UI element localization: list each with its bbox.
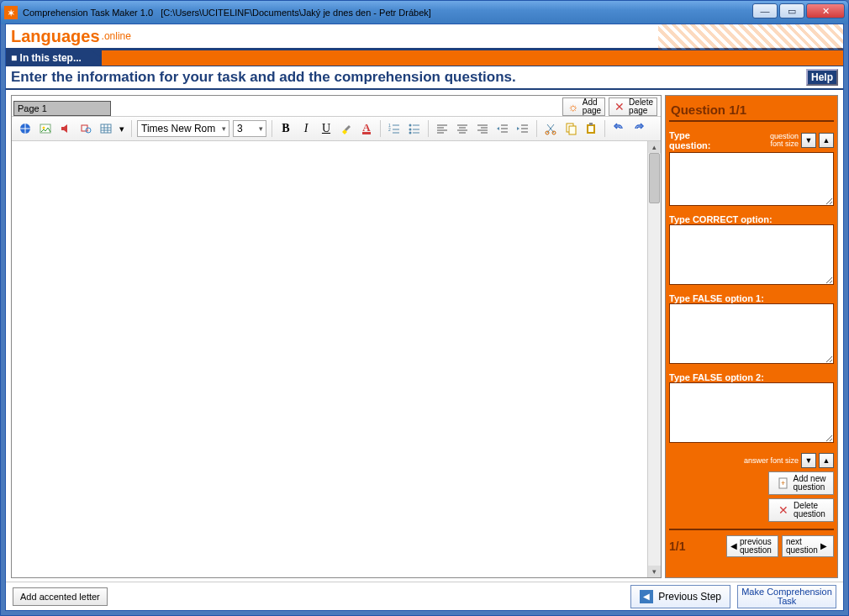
triangle-left-icon: ◀ [640,590,653,603]
close-button[interactable]: ✕ [806,3,845,18]
svg-text:+: + [781,479,785,487]
add-page-button[interactable]: ☼ Add page [562,97,605,116]
next-question-button[interactable]: next question ▶ [782,535,834,557]
editor-pane: Page 1 ☼ Add page ✕ Delete page [11,95,662,578]
font-name-select[interactable]: Times New Rom [137,120,229,137]
false-option-2-input[interactable] [669,382,834,443]
svg-rect-16 [588,126,593,132]
client-area: Languages .online ■ In this step... Ente… [5,24,844,611]
svg-point-2 [43,127,45,129]
svg-rect-5 [101,124,111,133]
underline-button[interactable]: U [318,120,335,137]
globe-icon[interactable] [17,120,34,137]
step-label: ■ In this step... [6,50,102,66]
svg-rect-14 [569,126,576,134]
window-titlebar: ✶ Comprehension Task Maker 1.0 [C:\Users… [1,1,848,24]
ordered-list-icon[interactable]: 12 [386,120,403,137]
minimize-button[interactable]: — [752,3,778,18]
brand-stripe [658,24,843,50]
question-font-size-down[interactable]: ▼ [801,133,816,148]
page-plus-icon: + [777,476,790,490]
cut-icon[interactable] [542,120,559,137]
align-right-icon[interactable] [474,120,491,137]
editor-textarea[interactable] [12,141,647,577]
question-counter: 1/1 [669,540,685,553]
correct-option-label: Type CORRECT option: [669,214,834,224]
x-icon: ✕ [613,100,626,113]
indent-icon[interactable] [514,120,531,137]
main-area: Page 1 ☼ Add page ✕ Delete page [6,92,843,582]
scroll-up-icon[interactable]: ▴ [648,141,661,153]
svg-point-4 [86,128,91,133]
help-button[interactable]: Help [806,69,838,86]
font-size-select[interactable]: 3 [233,120,266,137]
maximize-button[interactable]: ▭ [779,3,804,18]
previous-step-label: Previous Step [658,591,721,603]
add-page-label: Add page [583,98,601,115]
brand-logo-suffix: .online [102,30,131,42]
outdent-icon[interactable] [494,120,511,137]
window-title: Comprehension Task Maker 1.0 [C:\Users\U… [23,8,431,18]
svg-point-8 [409,124,412,127]
page-x-icon: ✕ [777,503,790,517]
sun-icon: ☼ [567,100,580,113]
question-input[interactable] [669,152,834,206]
step-row: ■ In this step... [6,50,843,66]
app-icon: ✶ [4,6,18,19]
scroll-down-icon[interactable]: ▾ [648,566,661,577]
question-font-size-label: question font size [770,133,799,148]
svg-rect-17 [589,123,593,125]
footer: Add accented letter ◀ Previous Step Make… [6,582,843,610]
add-question-label: Add new question [794,475,826,492]
prev-question-label: previous question [740,538,772,555]
delete-page-button[interactable]: ✕ Delete page [609,97,657,116]
type-question-label: Type question: [669,130,711,150]
font-name-value: Times New Rom [141,123,215,134]
question-font-size-up[interactable]: ▲ [819,133,834,148]
italic-button[interactable]: I [298,120,314,137]
font-size-value: 3 [237,123,243,134]
previous-question-button[interactable]: ◀ previous question [726,535,778,557]
redo-icon[interactable] [630,120,647,137]
align-center-icon[interactable] [454,120,471,137]
paste-icon[interactable] [583,120,599,137]
delete-question-button[interactable]: ✕ Delete question [768,498,834,522]
page-tab-1[interactable]: Page 1 [13,101,111,116]
copy-icon[interactable] [562,120,579,137]
brand-logo: Languages [11,27,100,46]
answer-font-size-up[interactable]: ▲ [819,453,834,468]
page-tab-row: Page 1 ☼ Add page ✕ Delete page [12,96,661,116]
answer-font-size-down[interactable]: ▼ [801,453,816,468]
unordered-list-icon[interactable] [406,120,423,137]
table-icon[interactable] [98,120,114,137]
svg-point-10 [409,132,412,134]
highlight-icon[interactable] [338,120,355,137]
question-header: Question 1/1 [669,99,834,122]
add-accented-letter-button[interactable]: Add accented letter [13,587,108,606]
next-question-label: next question [786,538,818,555]
font-color-icon[interactable]: A [358,120,375,137]
svg-point-9 [409,129,412,131]
brand-row: Languages .online [6,24,843,50]
shape-icon[interactable] [77,120,94,137]
scroll-thumb[interactable] [649,153,660,203]
instruction-row: Enter the information for your task and … [6,66,843,90]
table-dropdown-icon[interactable]: ▾ [118,120,126,137]
undo-icon[interactable] [610,120,627,137]
triangle-right-icon: ▶ [820,542,827,550]
false-option-1-label: Type FALSE option 1: [669,293,834,303]
correct-option-input[interactable] [669,224,834,285]
add-question-button[interactable]: + Add new question [768,471,834,495]
bold-button[interactable]: B [277,120,294,137]
editor-toolbar: ▾ Times New Rom 3 B I U A 12 [12,116,661,141]
sound-icon[interactable] [57,120,74,137]
vertical-scrollbar[interactable]: ▴ ▾ [647,141,661,577]
triangle-left-icon: ◀ [730,542,737,550]
align-left-icon[interactable] [434,120,451,137]
false-option-1-input[interactable] [669,303,834,364]
delete-page-label: Delete page [629,98,653,115]
image-icon[interactable] [37,120,54,137]
make-comprehension-task-button[interactable]: Make Comprehension Task [737,585,836,608]
previous-step-button[interactable]: ◀ Previous Step [630,585,730,608]
delete-question-label: Delete question [794,502,825,519]
